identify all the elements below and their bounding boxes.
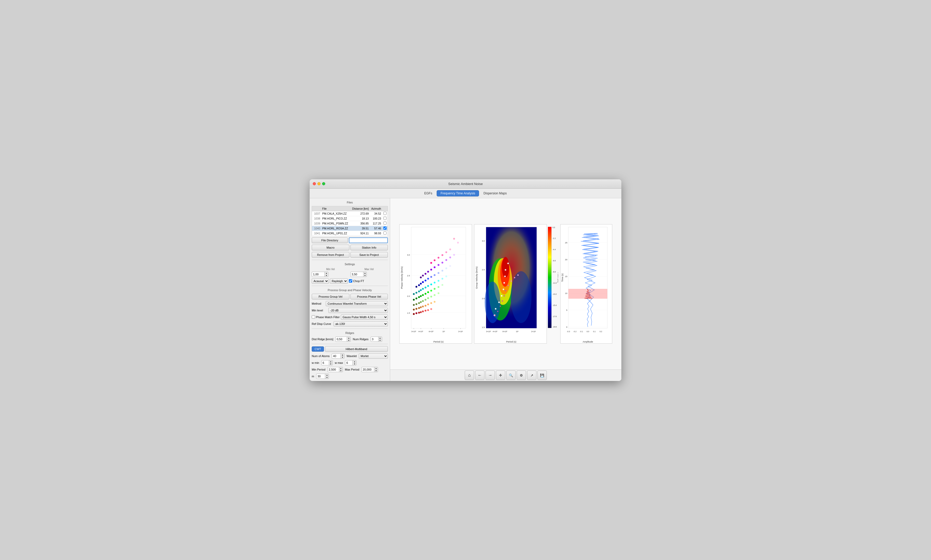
scatter-dot (427, 291, 429, 293)
svg-point-28 (511, 271, 531, 323)
row-checkbox[interactable] (383, 231, 386, 235)
scatter-dot (422, 288, 424, 289)
row-checkbox[interactable] (383, 212, 386, 215)
scatter-dot (438, 292, 440, 294)
scatter-dot (413, 299, 415, 300)
tab-dispersion[interactable]: Dispersion Maps (480, 190, 510, 197)
zoom-icon: 🔍 (509, 374, 513, 377)
pan-button[interactable]: ✛ (496, 371, 505, 380)
phase-velocity-plot: Phase Velocity (km/s) Period (s) 1.5 2.0… (399, 224, 472, 343)
row-file: PM.HORL_PSMN.ZZ (321, 221, 350, 226)
dist-ridge-stepper[interactable]: ▲▼ (335, 337, 351, 342)
close-button[interactable] (313, 182, 316, 185)
num-atoms-stepper[interactable]: ▲▼ (332, 354, 344, 358)
table-row[interactable]: 1041 PM.HORL_UP01.ZZ 924.11 98.93 (312, 231, 388, 235)
directory-input[interactable] (349, 237, 388, 243)
method-label: Method (312, 302, 325, 305)
tab-frequency-time[interactable]: Frequency Time Analysis (437, 190, 479, 197)
maximize-button[interactable] (322, 182, 325, 185)
num-atoms-input[interactable] (332, 354, 341, 358)
ref-disp-select[interactable]: ak-135f (333, 321, 388, 326)
cwt-button[interactable]: CWT (312, 346, 324, 352)
row-azimuth: 100.23 (370, 216, 382, 221)
dist-ridge-input[interactable] (335, 337, 347, 342)
trend-button[interactable]: ↗ (527, 371, 536, 380)
max-period-input[interactable] (361, 367, 374, 372)
table-row[interactable]: 1038 PM.HORL_PICO.ZZ 18.13 100.23 (312, 216, 388, 221)
min-vel-input[interactable]: 1,00 (312, 272, 325, 277)
chop-ft-checkbox[interactable] (349, 279, 352, 283)
row-checkbox[interactable] (383, 217, 386, 220)
scatter-dot (449, 248, 451, 250)
wmax-input[interactable] (345, 360, 353, 365)
rayleigh-select[interactable]: Rayleigh (330, 278, 348, 284)
row-checkbox-cell (382, 231, 388, 235)
tab-egfs[interactable]: EGFs (420, 190, 436, 197)
settings-toolbar-button[interactable]: ⚙ (517, 371, 526, 380)
wmin-stepper[interactable]: ▲▼ (321, 360, 333, 365)
file-directory-button[interactable]: File Directory (312, 237, 348, 243)
scatter-dot (418, 307, 420, 309)
col-file[interactable]: File (321, 206, 350, 211)
save-button[interactable]: Save to Project (350, 252, 388, 258)
table-row[interactable]: 1039 PM.HORL_PSMN.ZZ 356.85 117.25 (312, 221, 388, 226)
colorbar-svg: 0.0 -2.2 -4.4 -6.6 -8.8 -11.0 -13.2 -15.… (548, 227, 558, 328)
waveform-plot: Time (s) 0 5 10 15 20 (560, 224, 612, 343)
scatter-dot (434, 259, 435, 261)
row-checkbox[interactable] (383, 226, 386, 230)
gauss-select[interactable]: Gauss Pulse Width 4,50 s (341, 314, 388, 320)
scatter-dot (453, 254, 455, 255)
num-ridges-input[interactable] (371, 337, 378, 342)
min-period-stepper[interactable]: ▲▼ (327, 367, 343, 372)
macro-button[interactable]: Macro (312, 245, 349, 251)
scatter-dot (434, 294, 435, 296)
m-row: m ▲▼ (312, 374, 388, 379)
m-stepper[interactable]: ▲▼ (316, 374, 329, 379)
row-checkbox[interactable] (383, 222, 386, 225)
scatter-dot (446, 251, 447, 253)
svg-text:Period (s): Period (s) (506, 340, 516, 343)
wmin-input[interactable] (321, 360, 329, 365)
min-period-input[interactable] (327, 367, 339, 372)
home-button[interactable]: ⌂ (465, 371, 474, 380)
scatter-dot (422, 275, 424, 276)
max-period-stepper[interactable]: ▲▼ (361, 367, 378, 372)
max-vel-input[interactable]: 3,50 (350, 272, 363, 277)
station-info-button[interactable]: Station Info (350, 245, 388, 251)
remove-button[interactable]: Remove from Project (312, 252, 349, 258)
minimize-button[interactable] (317, 182, 321, 185)
svg-text:3.0: 3.0 (482, 240, 485, 242)
scatter-dot (434, 282, 435, 283)
scatter-dot (425, 305, 426, 306)
table-row[interactable]: 1037 PM.CALA_X25H.ZZ 272.69 34.52 (312, 211, 388, 216)
num-ridges-stepper[interactable]: ▲▼ (371, 337, 382, 342)
row-distance: 39.51 (350, 226, 370, 231)
hilbert-button[interactable]: Hilbert-Multiband (325, 346, 388, 352)
zoom-button[interactable]: 🔍 (506, 371, 516, 380)
scatter-dot (427, 297, 429, 299)
ridge-point (505, 269, 506, 271)
back-button[interactable]: ← (475, 371, 485, 380)
svg-text:Group Velocity (km/s): Group Velocity (km/s) (476, 266, 478, 289)
phase-match-checkbox[interactable] (312, 315, 315, 318)
wavelet-select[interactable]: Morlet (359, 354, 388, 358)
wmax-stepper[interactable]: ▲▼ (345, 360, 357, 365)
save-plot-button[interactable]: 💾 (537, 371, 547, 380)
m-input[interactable] (316, 374, 325, 379)
acausal-select[interactable]: Acausal (312, 278, 329, 284)
svg-text:10¹: 10¹ (516, 331, 519, 332)
max-vel-stepper[interactable]: 3,50 ▲▼ (350, 272, 388, 277)
process-group-button[interactable]: Process Group Vel (312, 294, 349, 300)
method-select[interactable]: Continuous Wavelet Transform (326, 301, 388, 306)
min-level-select[interactable]: -20 dB (328, 308, 388, 313)
table-row[interactable]: 1040 PM.HORL_ROSA.ZZ 39.51 57.46 (312, 226, 388, 231)
ridge-point-2 (502, 300, 503, 302)
max-vel-label: Max Vel (350, 268, 388, 271)
min-vel-stepper[interactable]: 1,00 ▲▼ (312, 272, 349, 277)
process-phase-button[interactable]: Process Phase Vel (350, 294, 388, 300)
titlebar: Seismic Ambient Noise (310, 179, 621, 189)
scatter-dot (427, 278, 429, 280)
scatter-dot (453, 238, 455, 240)
col-distance: Distance [km] (350, 206, 370, 211)
forward-button[interactable]: → (485, 371, 495, 380)
